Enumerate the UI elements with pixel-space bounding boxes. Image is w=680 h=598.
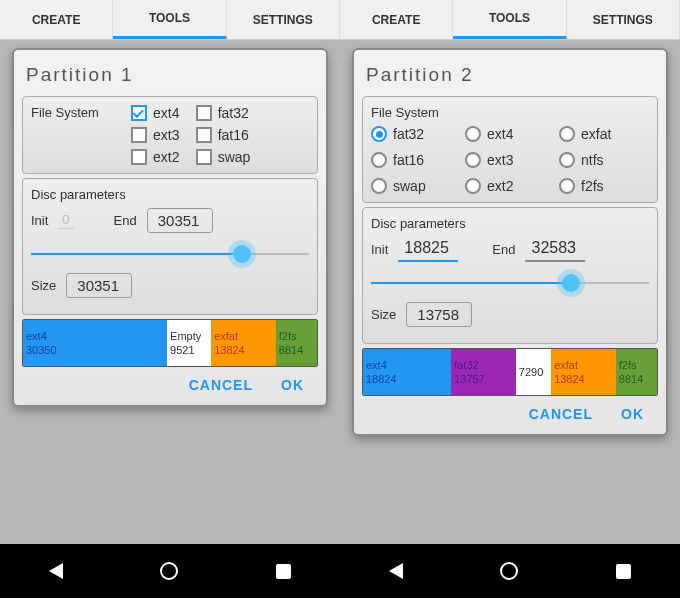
segment-value: 13757 (454, 372, 513, 386)
end-label: End (114, 213, 137, 228)
radio-icon (465, 152, 481, 168)
segment-label: ext4 (366, 358, 448, 372)
partition-segment: f2fs8814 (616, 349, 657, 395)
dialog-buttons: CANCEL OK (362, 396, 658, 426)
partition-segment: exfat13824 (551, 349, 616, 395)
disc-params-label: Disc parameters (371, 216, 649, 231)
tab-bar: CREATE TOOLS SETTINGS (0, 0, 340, 40)
screen-right: CREATE TOOLS SETTINGS Partition 2 File S… (340, 0, 680, 598)
size-label: Size (371, 307, 396, 322)
slider-thumb[interactable] (562, 274, 580, 292)
radio-icon (465, 178, 481, 194)
tab-create[interactable]: CREATE (340, 0, 453, 39)
screen-left: CREATE TOOLS SETTINGS Partition 1 File S… (0, 0, 340, 598)
dialog-title: Partition 1 (26, 64, 314, 86)
segment-value: 13824 (214, 343, 273, 357)
fs-option-label: fat32 (218, 105, 249, 121)
tab-settings[interactable]: SETTINGS (227, 0, 340, 39)
file-system-panel: File System ext4fat32ext3fat16ext2swap (22, 96, 318, 174)
segment-label: f2fs (619, 358, 654, 372)
checkbox-icon (131, 127, 147, 143)
fs-option-ext2[interactable]: ext2 (465, 178, 555, 194)
end-field[interactable]: 30351 (147, 208, 213, 233)
fs-option-label: ext3 (153, 127, 179, 143)
fs-option-label: ext3 (487, 152, 513, 168)
fs-option-ext3[interactable]: ext3 (131, 127, 186, 143)
radio-icon (371, 152, 387, 168)
back-icon[interactable] (49, 563, 63, 579)
file-system-panel: File System fat32ext4exfatfat16ext3ntfss… (362, 96, 658, 203)
fs-option-fat32[interactable]: fat32 (371, 126, 461, 142)
fs-option-label: exfat (581, 126, 611, 142)
disc-params-panel: Disc parameters Init 18825 End 32583 (362, 207, 658, 344)
end-field[interactable]: 32583 (525, 237, 585, 262)
fs-option-ext4[interactable]: ext4 (465, 126, 555, 142)
file-system-label: File System (371, 105, 649, 120)
radio-icon (559, 152, 575, 168)
partition-segment: fat3213757 (451, 349, 516, 395)
checkbox-icon (196, 105, 212, 121)
partition-segment: f2fs8814 (276, 320, 317, 366)
init-value: 0 (58, 212, 73, 229)
fs-option-fat16[interactable]: fat16 (371, 152, 461, 168)
radio-icon (371, 178, 387, 194)
app-root: CREATE TOOLS SETTINGS Partition 1 File S… (0, 0, 680, 598)
fs-option-ext4[interactable]: ext4 (131, 105, 186, 121)
end-label: End (492, 242, 515, 257)
recents-icon[interactable] (276, 564, 291, 579)
fs-option-swap[interactable]: swap (196, 149, 251, 165)
segment-value: 30350 (26, 343, 164, 357)
size-field[interactable]: 30351 (66, 273, 132, 298)
fs-option-swap[interactable]: swap (371, 178, 461, 194)
fs-option-label: fat16 (218, 127, 249, 143)
fs-option-f2fs[interactable]: f2fs (559, 178, 649, 194)
fs-option-ntfs[interactable]: ntfs (559, 152, 649, 168)
radio-icon (465, 126, 481, 142)
tab-tools[interactable]: TOOLS (453, 0, 566, 39)
segment-value: 18824 (366, 372, 448, 386)
partition-segment: Empty9521 (167, 320, 211, 366)
tab-tools[interactable]: TOOLS (113, 0, 226, 39)
recents-icon[interactable] (616, 564, 631, 579)
home-icon[interactable] (500, 562, 518, 580)
fs-option-label: ext2 (153, 149, 179, 165)
size-slider[interactable] (31, 241, 309, 267)
cancel-button[interactable]: CANCEL (529, 406, 593, 422)
fs-option-label: f2fs (581, 178, 604, 194)
checkbox-icon (196, 149, 212, 165)
home-icon[interactable] (160, 562, 178, 580)
android-navbar (0, 544, 340, 598)
slider-thumb[interactable] (233, 245, 251, 263)
back-icon[interactable] (389, 563, 403, 579)
tab-create[interactable]: CREATE (0, 0, 113, 39)
segment-value: 8814 (619, 372, 654, 386)
partition-segment: ext430350 (23, 320, 167, 366)
ok-button[interactable]: OK (621, 406, 644, 422)
partition-segment: exfat13824 (211, 320, 276, 366)
fs-option-label: swap (393, 178, 426, 194)
fs-option-fat32[interactable]: fat32 (196, 105, 251, 121)
fs-option-exfat[interactable]: exfat (559, 126, 649, 142)
init-field[interactable]: 18825 (398, 237, 458, 262)
fs-option-fat16[interactable]: fat16 (196, 127, 251, 143)
tab-settings[interactable]: SETTINGS (567, 0, 680, 39)
segment-value: 9521 (170, 343, 208, 357)
segment-value: 13824 (554, 372, 613, 386)
radio-icon (371, 126, 387, 142)
segment-label: ext4 (26, 329, 164, 343)
fs-option-ext3[interactable]: ext3 (465, 152, 555, 168)
dialog-buttons: CANCEL OK (22, 367, 318, 397)
partition-stripe: ext430350Empty9521exfat13824f2fs8814 (22, 319, 318, 367)
cancel-button[interactable]: CANCEL (189, 377, 253, 393)
size-slider[interactable] (371, 270, 649, 296)
partition-dialog-2: Partition 2 File System fat32ext4exfatfa… (352, 48, 668, 436)
fs-option-ext2[interactable]: ext2 (131, 149, 186, 165)
fs-option-label: ext4 (153, 105, 179, 121)
fs-option-label: fat16 (393, 152, 424, 168)
tab-bar: CREATE TOOLS SETTINGS (340, 0, 680, 40)
size-field[interactable]: 13758 (406, 302, 472, 327)
partition-segment: ext418824 (363, 349, 451, 395)
checkbox-icon (131, 149, 147, 165)
ok-button[interactable]: OK (281, 377, 304, 393)
disc-params-panel: Disc parameters Init 0 End 30351 (22, 178, 318, 315)
